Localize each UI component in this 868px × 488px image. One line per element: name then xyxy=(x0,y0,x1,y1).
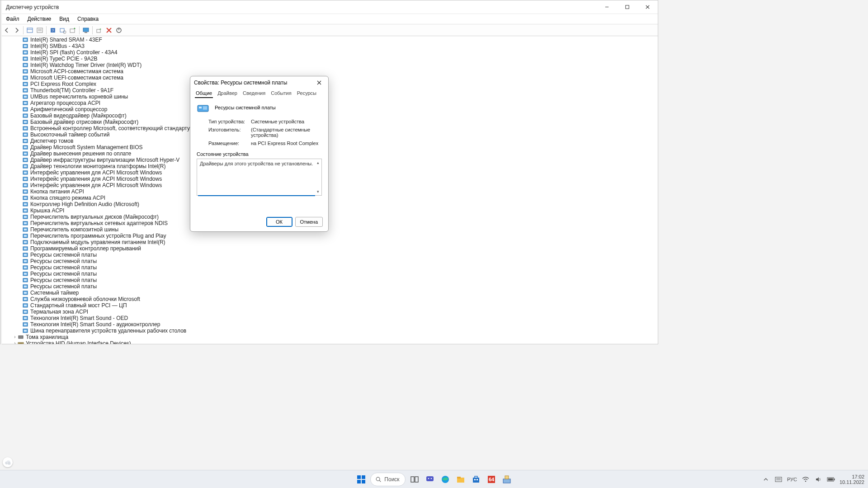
close-button[interactable] xyxy=(637,0,658,14)
device-item[interactable]: Ресурсы системной платы xyxy=(0,264,658,271)
device-item[interactable]: Перечислитель композитной шины xyxy=(0,226,658,233)
device-item[interactable]: Крышка ACPI xyxy=(0,207,658,214)
device-item[interactable]: Стандартный главный мост PCI — ЦП xyxy=(0,302,658,309)
store-icon[interactable] xyxy=(470,473,482,486)
wifi-icon[interactable] xyxy=(802,475,810,483)
device-item[interactable]: Диспетчер томов xyxy=(0,138,658,144)
tab-general[interactable]: Общие xyxy=(195,89,213,98)
task-view-icon[interactable] xyxy=(408,473,421,486)
expand-icon[interactable]: › xyxy=(12,334,18,340)
expand-icon[interactable]: › xyxy=(12,340,18,344)
device-item[interactable]: Ресурсы системной платы xyxy=(0,277,658,283)
device-item[interactable]: Intel(R) Watchdog Timer Driver (Intel(R)… xyxy=(0,62,658,68)
device-item[interactable]: Программируемый контроллер прерываний xyxy=(0,245,658,252)
cancel-button[interactable]: Отмена xyxy=(295,217,323,227)
computer-icon[interactable] xyxy=(81,26,90,35)
device-item[interactable]: Встроенный контроллер Microsoft, соответ… xyxy=(0,125,658,131)
device-item[interactable]: Драйвер инфраструктуры виртуализации Mic… xyxy=(0,157,658,163)
device-item[interactable]: Базовый драйвер отрисовки (Майкрософт) xyxy=(0,119,658,125)
device-item[interactable]: Ресурсы системной платы xyxy=(0,283,658,290)
tab-details[interactable]: Сведения xyxy=(242,89,266,98)
device-item[interactable]: Перечислитель программных устройств Plug… xyxy=(0,233,658,239)
device-item[interactable]: Intel(R) Shared SRAM - 43EF xyxy=(0,37,658,43)
taskbar-search[interactable]: Поиск xyxy=(370,473,405,486)
device-item[interactable]: Шина перенаправителя устройств удаленных… xyxy=(0,328,658,334)
maximize-button[interactable] xyxy=(617,0,637,14)
svg-rect-141 xyxy=(475,476,477,478)
svg-rect-129 xyxy=(362,480,365,483)
status-textbox[interactable]: Драйверы для этого устройства не установ… xyxy=(197,159,322,196)
weather-widget-icon[interactable] xyxy=(3,457,13,467)
keyboard-icon[interactable] xyxy=(774,475,783,483)
volume-icon[interactable] xyxy=(814,475,822,483)
device-item[interactable]: Системный таймер xyxy=(0,290,658,296)
device-item[interactable]: Перечислитель виртуальных сетевых адапте… xyxy=(0,220,658,226)
device-item[interactable]: Подключаемый модуль управления питанием … xyxy=(0,239,658,245)
minimize-button[interactable] xyxy=(597,0,617,14)
device-item[interactable]: PCI Express Root Complex xyxy=(0,81,658,87)
device-item[interactable]: Ресурсы системной платы xyxy=(0,258,658,264)
tray-chevron-icon[interactable] xyxy=(762,475,770,483)
menu-view[interactable]: Вид xyxy=(56,15,73,23)
scroll-up-icon[interactable]: ▴ xyxy=(315,160,321,165)
chat-icon[interactable] xyxy=(424,473,436,486)
battery-icon[interactable] xyxy=(827,475,835,483)
device-item[interactable]: Термальная зона ACPI xyxy=(0,309,658,315)
device-item[interactable]: Драйвер технологии мониторинга платформы… xyxy=(0,163,658,169)
clock[interactable]: 17:02 10.11.2022 xyxy=(840,474,864,485)
tab-resources[interactable]: Ресурсы xyxy=(296,89,317,98)
device-item[interactable]: Перечислитель виртуальных дисков (Майкро… xyxy=(0,214,658,220)
device-item[interactable]: Базовый видеодрайвер (Майкрософт) xyxy=(0,113,658,119)
edge-icon[interactable] xyxy=(439,473,452,486)
dialog-close-icon[interactable] xyxy=(314,77,325,88)
tab-events[interactable]: События xyxy=(270,89,292,98)
update-driver-icon[interactable] xyxy=(68,26,77,35)
scroll-down-icon[interactable]: ▾ xyxy=(315,189,321,194)
language-indicator[interactable]: РУС xyxy=(787,477,797,482)
help-icon[interactable]: ? xyxy=(48,26,57,35)
enable-icon[interactable] xyxy=(94,26,104,35)
start-button[interactable] xyxy=(355,473,368,486)
properties-icon[interactable] xyxy=(35,26,44,35)
device-item[interactable]: Драйвер Microsoft System Management BIOS xyxy=(0,144,658,150)
device-tree[interactable]: Intel(R) Shared SRAM - 43EFIntel(R) SMBu… xyxy=(0,37,658,344)
device-item[interactable]: Технология Intel(R) Smart Sound - аудиок… xyxy=(0,321,658,328)
scan-icon[interactable] xyxy=(58,26,67,35)
device-item[interactable]: Агрегатор процессора ACPI xyxy=(0,100,658,106)
device-item[interactable]: UMBus перечислитель корневой шины xyxy=(0,94,658,100)
device-item[interactable]: Интерфейс управления для ACPI Microsoft … xyxy=(0,182,658,188)
device-item[interactable]: Microsoft ACPI-совместимая система xyxy=(0,68,658,75)
device-item[interactable]: Intel(R) SPI (flash) Controller - 43A4 xyxy=(0,49,658,56)
tab-driver[interactable]: Драйвер xyxy=(217,89,238,98)
app-red-icon[interactable]: 64 xyxy=(485,473,498,486)
device-item[interactable]: Thunderbolt(TM) Controller - 9A1F xyxy=(0,87,658,94)
device-item[interactable]: Intel(R) TypeC PCIE - 9A2B xyxy=(0,56,658,62)
explorer-icon[interactable] xyxy=(454,473,467,486)
device-item[interactable]: Контроллер High Definition Audio (Micros… xyxy=(0,201,658,207)
device-item[interactable]: Интерфейс управления для ACPI Microsoft … xyxy=(0,176,658,182)
forward-icon[interactable] xyxy=(12,26,21,35)
device-item[interactable]: Драйвер вынесения решения по оплате xyxy=(0,150,658,157)
device-item[interactable]: Кнопка питания ACPI xyxy=(0,188,658,195)
device-item[interactable]: Кнопка спящего режима ACPI xyxy=(0,195,658,201)
show-hide-tree-icon[interactable] xyxy=(25,26,34,35)
category-item[interactable]: ›Устройства HID (Human Interface Devices… xyxy=(0,340,658,344)
ok-button[interactable]: ОК xyxy=(266,217,292,227)
device-item[interactable]: Служба низкоуровневой оболочки Microsoft xyxy=(0,296,658,302)
device-item[interactable]: Intel(R) SMBus - 43A3 xyxy=(0,43,658,49)
device-item[interactable]: Арифметический сопроцессор xyxy=(0,106,658,113)
uninstall-icon[interactable] xyxy=(114,26,123,35)
category-item[interactable]: ›Тома хранилища xyxy=(0,334,658,340)
menu-file[interactable]: Файл xyxy=(2,15,23,23)
menu-action[interactable]: Действие xyxy=(24,15,55,23)
device-item[interactable]: Высокоточный таймер событий xyxy=(0,131,658,138)
device-item[interactable]: Ресурсы системной платы xyxy=(0,271,658,277)
device-item[interactable]: Технология Intel(R) Smart Sound - OED xyxy=(0,315,658,321)
disable-icon[interactable] xyxy=(104,26,113,35)
device-item[interactable]: Ресурсы системной платы xyxy=(0,252,658,258)
back-icon[interactable] xyxy=(2,26,11,35)
device-item[interactable]: Microsoft UEFI-совместимая система xyxy=(0,75,658,81)
menu-help[interactable]: Справка xyxy=(74,15,102,23)
device-item[interactable]: Интерфейс управления для ACPI Microsoft … xyxy=(0,169,658,176)
device-manager-taskbar-icon[interactable] xyxy=(500,473,513,486)
